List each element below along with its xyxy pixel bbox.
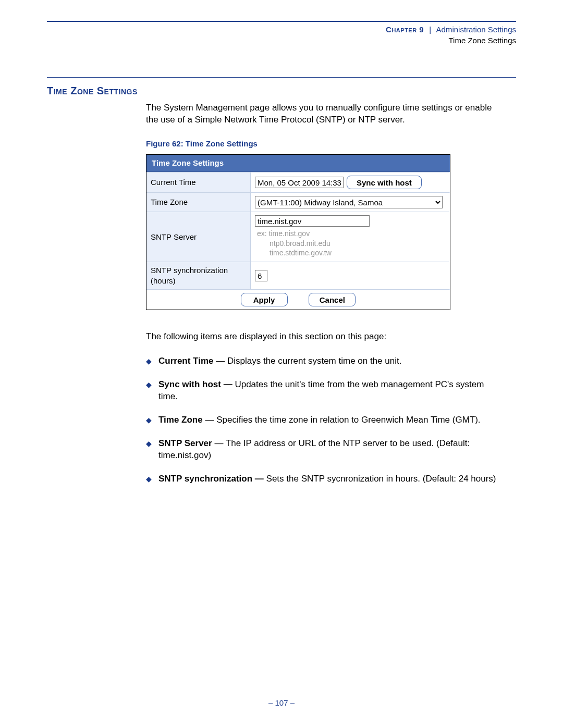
- item-dash: —: [214, 356, 227, 366]
- label-time-zone: Time Zone: [146, 192, 251, 212]
- time-zone-select[interactable]: (GMT-11:00) Midway Island, Samoa: [255, 196, 443, 208]
- item-term: Current Time: [158, 356, 214, 366]
- sntp-example-line2: ntp0.broad.mit.edu: [257, 239, 448, 248]
- panel-titlebar: Time Zone Settings: [146, 155, 450, 172]
- item-desc: Specifies the time zone in relation to G…: [216, 415, 480, 425]
- item-dash: —: [203, 415, 216, 425]
- item-term: Time Zone: [158, 415, 203, 425]
- sntp-sync-hours-input[interactable]: [255, 270, 267, 281]
- items-list: Current Time — Displays the current syst…: [146, 355, 500, 485]
- apply-button[interactable]: Apply: [241, 293, 288, 306]
- item-dash: —: [212, 438, 226, 448]
- time-zone-settings-panel: Time Zone Settings Current Time Sync wit…: [146, 154, 450, 310]
- item-desc: Sets the SNTP sycnronization in hours. (…: [266, 474, 496, 484]
- page-number: – 107 –: [0, 698, 563, 707]
- sntp-example-text: ex: time.nist.gov ntp0.broad.mit.edu tim…: [255, 229, 448, 257]
- panel-footer: Apply Cancel: [146, 289, 450, 310]
- current-time-input[interactable]: [255, 177, 344, 188]
- item-term: Sync with host —: [158, 379, 235, 389]
- sntp-server-input[interactable]: [255, 215, 370, 227]
- list-item: Sync with host — Updates the unit's time…: [146, 379, 500, 403]
- chapter-label: Chapter 9: [386, 25, 424, 34]
- sntp-example-line1: ex: time.nist.gov: [257, 229, 310, 238]
- section-rule: [47, 77, 516, 78]
- label-sntp-server: SNTP Server: [146, 212, 251, 262]
- section-title: Time Zone Settings: [47, 85, 516, 97]
- intro-paragraph: The System Management page allows you to…: [146, 102, 500, 126]
- list-item: Time Zone — Specifies the time zone in r…: [146, 414, 500, 426]
- header-subsection: Time Zone Settings: [47, 35, 516, 46]
- sync-with-host-button[interactable]: Sync with host: [347, 176, 422, 189]
- document-page: Chapter 9 | Administration Settings Time…: [0, 0, 563, 728]
- list-item: SNTP Server — The IP address or URL of t…: [146, 438, 500, 462]
- cancel-button[interactable]: Cancel: [309, 293, 356, 306]
- label-current-time: Current Time: [146, 172, 251, 192]
- value-sntp-sync: [251, 262, 450, 290]
- content-area: Time Zone Settings The System Management…: [47, 77, 516, 485]
- running-header: Chapter 9 | Administration Settings Time…: [47, 24, 516, 46]
- list-item: SNTP synchronization — Sets the SNTP syc…: [146, 473, 500, 485]
- value-sntp-server: ex: time.nist.gov ntp0.broad.mit.edu tim…: [251, 212, 450, 262]
- value-time-zone: (GMT-11:00) Midway Island, Samoa: [251, 192, 450, 212]
- item-term: SNTP synchronization —: [158, 474, 266, 484]
- header-rule: [47, 21, 516, 22]
- body-column: The System Management page allows you to…: [146, 102, 500, 485]
- figure-caption: Figure 62: Time Zone Settings: [146, 139, 500, 149]
- header-section-title: Administration Settings: [436, 25, 516, 34]
- header-separator: |: [429, 25, 431, 34]
- item-term: SNTP Server: [158, 438, 212, 448]
- item-desc: Displays the current system time on the …: [227, 356, 401, 366]
- items-lead-text: The following items are displayed in thi…: [146, 331, 500, 343]
- panel-grid: Current Time Sync with host Time Zone (G…: [146, 172, 450, 289]
- value-current-time: Sync with host: [251, 172, 450, 192]
- list-item: Current Time — Displays the current syst…: [146, 355, 500, 367]
- sntp-example-line3: time.stdtime.gov.tw: [257, 248, 448, 257]
- header-line-1: Chapter 9 | Administration Settings: [47, 24, 516, 35]
- label-sntp-sync: SNTP synchronization (hours): [146, 262, 251, 290]
